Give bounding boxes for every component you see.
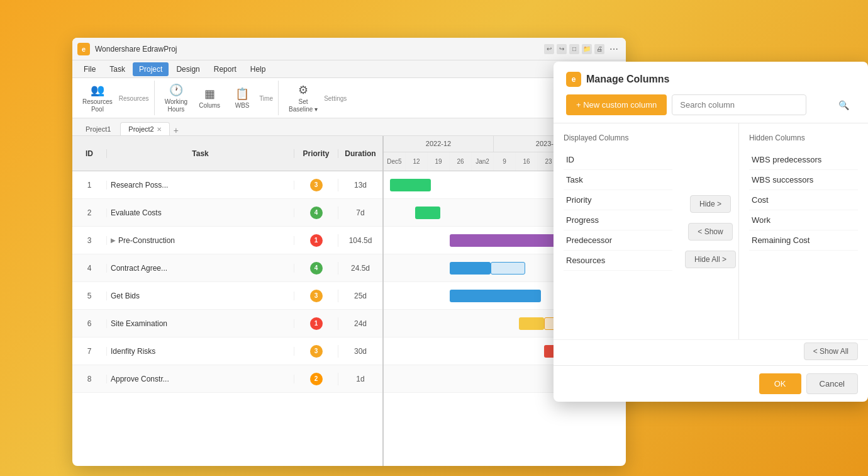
list-item[interactable]: Resources (564, 251, 672, 271)
tab-project2-close[interactable]: ✕ (157, 126, 162, 133)
table-row: 3 ▶ Pre-Construction 1 104.5d (72, 227, 382, 254)
gantt-day: 19 (428, 152, 450, 171)
redo-btn[interactable]: ↪ (557, 44, 567, 54)
gantt-bar (415, 207, 440, 219)
open-btn[interactable]: 📁 (582, 44, 592, 54)
content-area: ID Task Priority Duration 1 Research Pos… (72, 136, 626, 466)
gantt-day: 26 (450, 152, 472, 171)
menu-design[interactable]: Design (170, 62, 206, 76)
title-controls: ↩ ↪ □ 📁 🖨 ⋯ (544, 44, 621, 54)
priority-badge: 4 (310, 262, 323, 275)
table-row: 5 Get Bids 3 25d (72, 282, 382, 310)
resources-label: Resources (119, 95, 149, 102)
table-row: 8 Approve Constr... 2 1d (72, 365, 382, 393)
show-btn[interactable]: < Show (688, 223, 732, 241)
cell-priority: 3 (294, 179, 338, 191)
tab-project2-label: Project2 (128, 125, 153, 133)
cell-id: 3 (72, 236, 107, 245)
gantt-header: ID Task Priority Duration (72, 136, 382, 171)
app-window: e Wondershare EdrawProj ↩ ↪ □ 📁 🖨 ⋯ File… (72, 38, 626, 466)
panel-columns-wrapper: Displayed Columns ID Task Priority Progr… (554, 123, 868, 339)
gantt-table: ID Task Priority Duration 1 Research Pos… (72, 136, 384, 466)
table-row: 1 Research Poss... 3 13d (72, 171, 382, 199)
tab-project1[interactable]: Project1 (77, 122, 119, 135)
new-btn[interactable]: □ (569, 44, 579, 54)
search-wrapper: 🔍 (672, 94, 855, 115)
new-custom-column-btn[interactable]: + New custom column (566, 94, 667, 115)
list-item[interactable]: ID (564, 150, 672, 170)
undo-btn[interactable]: ↩ (544, 44, 554, 54)
cell-duration: 1d (338, 375, 382, 383)
working-hours-btn[interactable]: 🕐 WorkingHours (160, 81, 193, 116)
hide-all-btn[interactable]: Hide All > (685, 251, 736, 268)
working-hours-label: WorkingHours (165, 98, 188, 113)
cell-priority: 4 (294, 262, 338, 275)
hidden-columns-section: Hidden Columns WBS predecessors WBS succ… (739, 123, 868, 339)
cancel-button[interactable]: Cancel (806, 373, 858, 394)
gantt-month-1: 2022-12 (384, 136, 494, 152)
menu-bar: File Task Project Design Report Help (72, 60, 626, 78)
set-baseline-btn[interactable]: ⚙ SetBaseline ▾ (284, 81, 323, 116)
menu-project[interactable]: Project (133, 62, 169, 76)
gantt-bar (450, 262, 491, 275)
manage-columns-panel: e Manage Columns + New custom column 🔍 D… (554, 62, 868, 402)
settings-label: Settings (324, 95, 347, 102)
cell-priority: 3 (294, 345, 338, 358)
hide-btn[interactable]: Hide > (690, 195, 731, 213)
wbs-btn[interactable]: 📋 WBS (226, 84, 258, 112)
displayed-section-title: Displayed Columns (564, 133, 672, 142)
resources-pool-icon: 👥 (91, 83, 104, 97)
list-item[interactable]: Remaining Cost (749, 230, 858, 251)
priority-badge: 1 (310, 234, 323, 247)
gantt-bar (390, 179, 431, 191)
list-item[interactable]: Cost (749, 190, 858, 210)
print-btn[interactable]: 🖨 (594, 44, 604, 54)
col-duration-header: Duration (338, 149, 382, 158)
tab-add-btn[interactable]: + (171, 125, 181, 135)
middle-controls: Hide > < Show Hide All > (682, 123, 739, 339)
show-all-btn[interactable]: < Show All (804, 343, 858, 360)
tabs-bar: Project1 Project2 ✕ + (72, 118, 626, 136)
wbs-icon: 📋 (235, 87, 249, 101)
columns-label: Colums (199, 102, 220, 110)
ok-button[interactable]: OK (759, 373, 801, 394)
cell-priority: 3 (294, 290, 338, 302)
table-row: 7 Idenfity Risks 3 30d (72, 337, 382, 365)
cell-task: Contract Agree... (107, 264, 294, 273)
gantt-bar (519, 317, 544, 330)
list-item[interactable]: Priority (564, 190, 672, 210)
menu-report[interactable]: Report (208, 62, 243, 76)
more-btn[interactable]: ⋯ (607, 44, 621, 54)
tab-project2[interactable]: Project2 ✕ (120, 122, 169, 135)
cell-id: 8 (72, 375, 107, 383)
app-title: Wondershare EdrawProj (95, 45, 539, 54)
menu-help[interactable]: Help (244, 62, 272, 76)
cell-task: Evaluate Costs (107, 208, 294, 217)
menu-task[interactable]: Task (103, 62, 131, 76)
cell-duration: 13d (338, 181, 382, 190)
table-row: 6 Site Examination 1 24d (72, 310, 382, 337)
priority-badge: 1 (310, 317, 323, 330)
list-item[interactable]: Task (564, 170, 672, 190)
list-item[interactable]: WBS successors (749, 170, 858, 190)
search-column-input[interactable] (672, 94, 806, 115)
resources-pool-btn[interactable]: 👥 ResourcesPool (77, 81, 118, 116)
priority-badge: 3 (310, 179, 323, 191)
panel-header: e Manage Columns + New custom column 🔍 (554, 62, 868, 123)
menu-file[interactable]: File (77, 62, 102, 76)
cell-priority: 2 (294, 373, 338, 385)
expand-icon[interactable]: ▶ (111, 237, 116, 244)
cell-task: ▶ Pre-Construction (107, 236, 294, 245)
columns-btn[interactable]: ▦ Colums (194, 84, 225, 112)
hidden-section-title: Hidden Columns (749, 133, 858, 142)
panel-toolbar: + New custom column 🔍 (566, 94, 855, 123)
cell-duration: 24d (338, 319, 382, 328)
gantt-day: 12 (406, 152, 428, 171)
panel-title-icon: e (566, 72, 581, 87)
list-item[interactable]: Work (749, 210, 858, 230)
cell-id: 5 (72, 292, 107, 300)
list-item[interactable]: Predecessor (564, 230, 672, 251)
list-item[interactable]: WBS predecessors (749, 150, 858, 170)
working-hours-icon: 🕐 (169, 83, 183, 97)
list-item[interactable]: Progress (564, 210, 672, 230)
